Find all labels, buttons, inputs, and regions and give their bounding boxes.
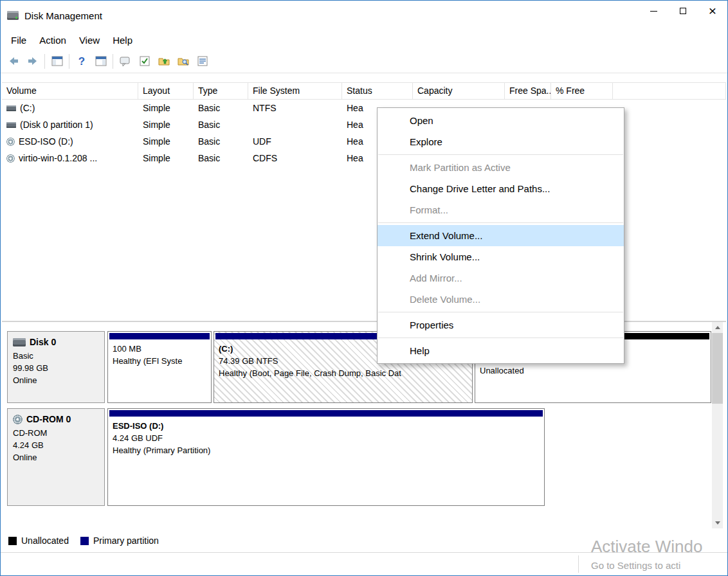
maximize-icon [680,8,686,14]
volume-name: virtio-win-0.1.208 ... [19,153,97,163]
partition-color-bar [109,410,543,417]
partition-color-bar [109,333,210,339]
menu-bar: File Action View Help [1,30,727,50]
partition-efi[interactable]: 100 MB Healthy (EFI Syste [107,331,212,403]
details-icon[interactable] [195,54,210,69]
volume-name: ESD-ISO (D:) [19,136,73,147]
legend-item-unallocated: Unallocated [8,536,69,546]
drive-icon [6,122,16,128]
vertical-scrollbar[interactable] [712,322,723,528]
maximize-button[interactable] [668,1,698,21]
menu-file[interactable]: File [5,32,33,49]
partition-size: 4.24 GB UDF [113,432,540,444]
type-cell: Basic [194,136,248,147]
properties-icon[interactable] [118,54,132,69]
status-bar-divider [578,555,579,573]
disk-status: Online [13,451,99,464]
activate-windows-watermark: Activate Windo [591,537,702,557]
menu-view[interactable]: View [73,32,106,49]
forward-icon[interactable] [25,54,40,69]
cdrom-0-header[interactable]: CD-ROM 0 CD-ROM 4.24 GB Online [7,408,105,506]
menu-item-mark-partition-active: Mark Partition as Active [378,157,624,178]
disk-name: Disk 0 [30,336,56,348]
volume-name: (Disk 0 partition 1) [20,120,93,130]
primary-partition-swatch [80,537,89,545]
column-header-capacity[interactable]: Capacity [413,83,505,99]
legend-item-primary-partition: Primary partition [80,536,159,546]
menu-help[interactable]: Help [106,32,139,49]
column-header-status[interactable]: Status [342,83,413,99]
scroll-up-icon [715,326,720,329]
toolbar-divider [113,54,113,69]
help-icon[interactable]: ? [74,54,89,69]
partition-d[interactable]: ESD-ISO (D:) 4.24 GB UDF Healthy (Primar… [107,408,545,506]
disk-0-header[interactable]: Disk 0 Basic 99.98 GB Online [7,331,105,403]
toolbar: ? [1,50,727,73]
menu-item-open[interactable]: Open [378,110,624,131]
type-cell: Basic [194,153,248,163]
show-console-tree-icon[interactable] [50,54,64,69]
close-icon: × [709,8,716,14]
folder-up-icon[interactable] [156,54,171,69]
type-cell: Basic [194,120,248,130]
column-header-file-system[interactable]: File System [248,83,342,99]
minimize-button[interactable] [639,1,668,21]
disk-management-window: Disk Management × File Action View Help … [0,0,728,576]
cd-icon [13,415,23,424]
file-system-cell: UDF [248,136,342,147]
column-header-type[interactable]: Type [194,83,248,99]
cd-icon [6,154,15,163]
layout-cell: Simple [138,153,194,163]
drive-icon [6,105,16,111]
app-icon [7,11,19,20]
context-menu: Open Explore Mark Partition as Active Ch… [377,107,624,364]
type-cell: Basic [194,103,248,113]
scrollbar-thumb[interactable] [712,333,723,404]
legend-label: Unallocated [21,536,69,546]
disk-size: 4.24 GB [13,439,99,451]
legend-label: Primary partition [93,536,159,546]
column-header-volume[interactable]: Volume [2,83,138,99]
disk-size: 99.98 GB [13,362,99,374]
menu-item-shrink-volume[interactable]: Shrink Volume... [378,246,624,267]
partition-status: Unallocated [480,364,706,377]
cd-icon [6,138,15,146]
volume-name: (C:) [20,103,35,113]
menu-separator [378,312,623,312]
menu-item-extend-volume[interactable]: Extend Volume... [378,225,624,246]
close-button[interactable]: × [698,1,727,21]
layout-cell: Simple [138,120,194,130]
minimize-icon [650,11,657,12]
menu-item-format: Format... [378,199,624,221]
disk-icon [13,338,26,346]
title-bar: Disk Management × [1,1,727,30]
show-action-pane-icon[interactable] [93,54,108,69]
column-header-free-space[interactable]: Free Spa... [505,83,551,99]
column-header-layout[interactable]: Layout [138,83,194,99]
back-icon[interactable] [6,54,21,69]
partition-status: Healthy (EFI Syste [113,355,206,367]
column-header-filler [613,83,726,99]
menu-action[interactable]: Action [33,32,73,49]
disk-type: CD-ROM [13,427,99,439]
menu-item-help[interactable]: Help [378,340,624,361]
menu-item-properties[interactable]: Properties [378,314,624,336]
folder-search-icon[interactable] [176,54,190,69]
scroll-down-icon [715,521,720,525]
window-title: Disk Management [24,10,102,21]
partition-label: ESD-ISO (D:) [113,420,540,432]
menu-item-change-drive-letter[interactable]: Change Drive Letter and Paths... [378,178,624,199]
scroll-down-button[interactable] [712,518,723,528]
cdrom-0-row: CD-ROM 0 CD-ROM 4.24 GB Online ESD-ISO (… [7,408,547,506]
column-header-percent-free[interactable]: % Free [551,83,613,99]
menu-item-explore[interactable]: Explore [378,131,624,152]
check-icon[interactable] [137,54,152,69]
menu-separator [378,154,623,155]
svg-text:?: ? [78,55,84,68]
scroll-up-button[interactable] [712,322,723,333]
toolbar-divider [44,54,45,69]
file-system-cell: CDFS [248,153,342,163]
activate-windows-subtext: Go to Settings to acti [591,560,680,571]
menu-item-delete-volume: Delete Volume... [378,289,624,310]
disk-type: Basic [13,350,99,362]
